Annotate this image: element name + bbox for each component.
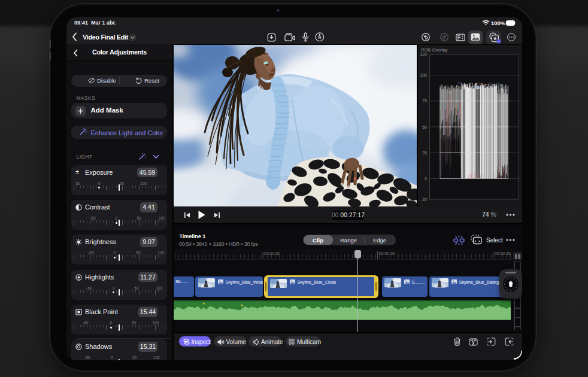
svg-text:50: 50 [422,125,427,129]
svg-text:120: 120 [420,52,427,56]
svg-text:100: 100 [420,73,427,77]
svg-text:75: 75 [422,99,427,103]
svg-text:0: 0 [425,177,427,181]
svg-text:25: 25 [422,151,427,155]
svg-text:-20: -20 [421,197,427,202]
